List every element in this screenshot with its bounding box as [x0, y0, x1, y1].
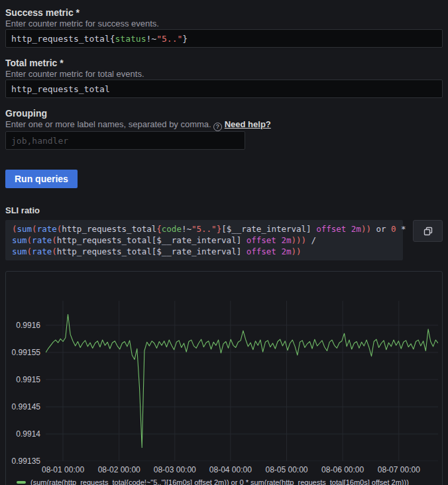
copy-icon: [423, 226, 433, 237]
success-metric-label: Success metric *: [5, 7, 443, 19]
question-circle-icon[interactable]: ?: [213, 123, 222, 131]
run-queries-button[interactable]: Run queries: [5, 170, 78, 188]
sli-ratio-label: SLI ratio: [5, 205, 443, 216]
legend-series-marker: [17, 481, 26, 484]
grouping-input[interactable]: [5, 131, 245, 150]
y-tick-label: 0.9915: [6, 375, 40, 384]
copy-button[interactable]: [413, 220, 443, 242]
need-help-link[interactable]: Need help?: [225, 119, 271, 129]
x-tick-label: 08-01 00:00: [35, 465, 91, 474]
grouping-label: Grouping: [5, 107, 443, 119]
y-tick-label: 0.9914: [6, 429, 40, 439]
x-tick-label: 08-03 00:00: [147, 465, 203, 474]
grouping-description-text: Enter one or more label names, separated…: [5, 119, 211, 129]
x-tick-label: 08-07 00:00: [371, 465, 427, 474]
success-metric-input[interactable]: http_requests_total{status!~"5.."}: [5, 29, 443, 48]
total-metric-input[interactable]: [5, 80, 443, 98]
legend-item[interactable]: (sum(rate(http_requests_total{code!~"5..…: [17, 478, 409, 485]
total-metric-description: Enter counter metric for total events.: [5, 69, 443, 80]
sli-ratio-query: (sum(rate(http_requests_total{code!~"5..…: [5, 220, 403, 260]
y-tick-label: 0.99155: [6, 348, 40, 357]
chart-panel: 0.99160.991550.99150.991450.99140.99135 …: [5, 271, 443, 485]
grouping-description: Enter one or more label names, separated…: [5, 119, 443, 131]
sli-ratio-block: (sum(rate(http_requests_total{code!~"5..…: [5, 220, 443, 260]
total-metric-field: Total metric * Enter counter metric for …: [5, 57, 443, 98]
x-tick-label: 08-02 00:00: [91, 465, 147, 474]
y-tick-label: 0.99145: [6, 402, 40, 411]
y-tick-label: 0.9916: [6, 321, 40, 330]
x-tick-label: 08-06 00:00: [315, 465, 370, 474]
y-tick-label: 0.99135: [6, 457, 40, 466]
success-metric-field: Success metric * Enter counter metric fo…: [5, 7, 443, 48]
timeseries-plot[interactable]: [46, 301, 438, 461]
query-form-page: Success metric * Enter counter metric fo…: [0, 0, 448, 485]
legend-series-label: (sum(rate(http_requests_total{code!~"5..…: [30, 478, 409, 485]
total-metric-label: Total metric *: [5, 57, 443, 69]
x-tick-label: 08-05 00:00: [258, 465, 314, 474]
grouping-field: Grouping Enter one or more label names, …: [5, 107, 443, 150]
success-metric-description: Enter counter metric for success events.: [5, 19, 443, 29]
x-tick-label: 08-04 00:00: [203, 465, 258, 474]
